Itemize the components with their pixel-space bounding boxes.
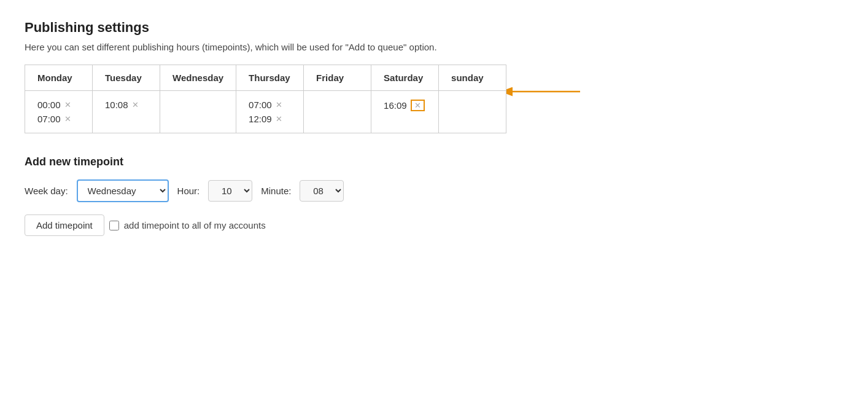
col-header-monday: Monday xyxy=(25,65,93,91)
col-header-friday: Friday xyxy=(304,65,371,91)
cell-sunday xyxy=(439,91,506,133)
table-row: 00:00 ✕ 07:00 ✕ 10:08 ✕ xyxy=(25,91,506,133)
time-value: 12:09 xyxy=(249,114,272,124)
remove-time-highlighted-button[interactable]: ✕ xyxy=(411,100,425,111)
time-entry: 00:00 ✕ xyxy=(37,100,80,110)
time-entry: 10:08 ✕ xyxy=(105,100,147,110)
add-timepoint-button[interactable]: Add timepoint xyxy=(25,214,104,236)
page-title: Publishing settings xyxy=(25,20,843,36)
cell-tuesday: 10:08 ✕ xyxy=(93,91,160,133)
col-header-wednesday: Wednesday xyxy=(160,65,236,91)
cell-wednesday xyxy=(160,91,236,133)
col-header-sunday: sunday xyxy=(439,65,506,91)
remove-time-button[interactable]: ✕ xyxy=(64,101,71,109)
page-description: Here you can set different publishing ho… xyxy=(25,42,843,52)
cell-monday: 00:00 ✕ 07:00 ✕ xyxy=(25,91,93,133)
schedule-table-wrapper: Monday Tuesday Wednesday Thursday Friday… xyxy=(25,65,843,155)
col-header-thursday: Thursday xyxy=(236,65,304,91)
add-timepoint-row: Add timepoint add timepoint to all of my… xyxy=(25,214,843,236)
remove-time-button[interactable]: ✕ xyxy=(64,115,71,123)
weekday-label: Week day: xyxy=(25,186,68,196)
add-timepoint-title: Add new timepoint xyxy=(25,155,843,168)
time-value: 00:00 xyxy=(37,100,61,110)
col-header-tuesday: Tuesday xyxy=(93,65,160,91)
hour-label: Hour: xyxy=(177,186,200,196)
schedule-table: Monday Tuesday Wednesday Thursday Friday… xyxy=(25,65,506,133)
cell-friday xyxy=(304,91,371,133)
time-entry: 07:00 ✕ xyxy=(37,114,80,124)
time-entry: 16:09 ✕ xyxy=(384,100,426,111)
time-entry: 07:00 ✕ xyxy=(249,100,291,110)
cell-thursday: 07:00 ✕ 12:09 ✕ xyxy=(236,91,304,133)
cell-saturday: 16:09 ✕ xyxy=(371,91,439,133)
time-value: 16:09 xyxy=(384,100,407,111)
remove-time-button[interactable]: ✕ xyxy=(276,101,282,109)
time-value: 07:00 xyxy=(249,100,272,110)
time-value: 10:08 xyxy=(105,100,128,110)
all-accounts-checkbox[interactable] xyxy=(109,221,119,230)
orange-arrow-icon xyxy=(506,82,586,101)
hour-select[interactable]: 00010203 04050607 08091011 12131415 1617… xyxy=(208,180,252,202)
arrow-annotation xyxy=(506,82,586,101)
col-header-saturday: Saturday xyxy=(371,65,439,91)
remove-time-button[interactable]: ✕ xyxy=(276,115,282,123)
minute-select[interactable]: 00010203 04050607 08091011 12131415 1617… xyxy=(300,180,344,202)
time-entry: 12:09 ✕ xyxy=(249,114,291,124)
minute-label: Minute: xyxy=(261,186,291,196)
remove-time-button[interactable]: ✕ xyxy=(132,101,139,109)
all-accounts-label: add timepoint to all of my accounts xyxy=(124,220,266,230)
time-value: 07:00 xyxy=(37,114,61,124)
weekday-select[interactable]: Monday Tuesday Wednesday Thursday Friday… xyxy=(77,179,169,202)
form-row: Week day: Monday Tuesday Wednesday Thurs… xyxy=(25,179,843,202)
